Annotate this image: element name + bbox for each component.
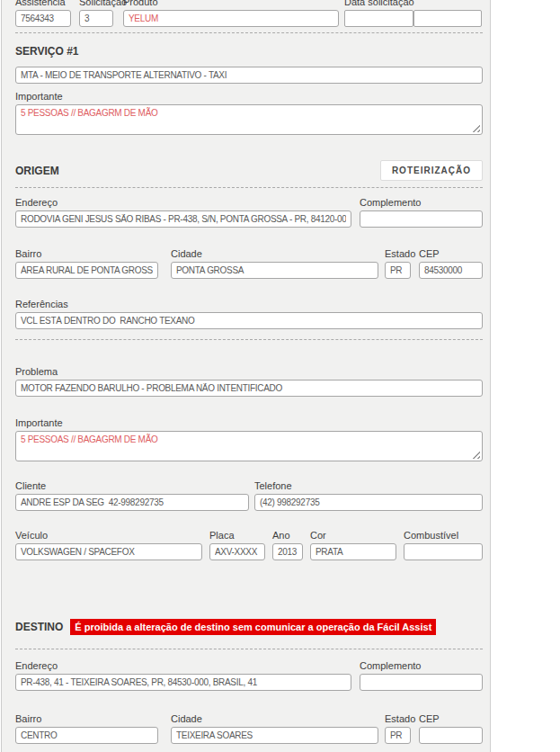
roteirizacao-button[interactable]: ROTEIRIZAÇÃO [380, 160, 483, 181]
placa-label: Placa [209, 530, 265, 541]
veiculo-row: Veículo Placa Ano Cor Combustível [15, 530, 483, 560]
servico-importante-textarea[interactable]: 5 PESSOAS // BAGAGRM DE MÃO [15, 104, 483, 135]
telefone-input[interactable] [254, 494, 483, 511]
servico-importante-label: Importante [15, 91, 483, 102]
veiculo-input[interactable] [15, 543, 202, 560]
section-divider [15, 339, 483, 340]
origem-bairro-row: Bairro Cidade Estado CEP [15, 248, 483, 279]
destino-complemento-label: Complemento [360, 660, 483, 671]
servico-tipo-input[interactable] [15, 67, 483, 84]
placa-input[interactable] [209, 543, 265, 560]
destino-estado-input[interactable] [385, 727, 411, 744]
origem-estado-input[interactable] [385, 262, 411, 279]
destino-cidade-input[interactable] [171, 727, 378, 744]
assistencia-label: Assistência [15, 0, 71, 7]
section-divider [15, 32, 483, 33]
destino-endereco-row: Endereço Complemento [15, 660, 483, 691]
origem-estado-label: Estado [385, 248, 411, 259]
origem-complemento-label: Complemento [360, 197, 483, 208]
destino-bairro-row: Bairro Cidade Estado CEP [15, 713, 483, 744]
destino-cidade-label: Cidade [171, 713, 378, 724]
data-solicitacao-label: Data solicitação [344, 0, 482, 7]
origem-endereco-input[interactable] [15, 210, 351, 228]
problema-input[interactable] [15, 380, 483, 397]
telefone-label: Telefone [254, 480, 483, 491]
destino-complemento-input[interactable] [360, 674, 483, 691]
ano-label: Ano [272, 530, 303, 541]
origem-section-title: ORIGEM [15, 165, 59, 177]
origem-header-row: ORIGEM ROTEIRIZAÇÃO [15, 160, 483, 181]
data-solicitacao-time-input[interactable] [413, 10, 482, 27]
problema-importante-textarea[interactable]: 5 PESSOAS // BAGAGRM DE MÃO [15, 431, 483, 461]
cliente-label: Cliente [15, 480, 249, 491]
data-solicitacao-date-input[interactable] [344, 10, 413, 27]
servico-section-title: SERVIÇO #1 [15, 45, 483, 58]
origem-endereco-row: Endereço Complemento [15, 197, 483, 228]
origem-referencias-label: Referências [15, 299, 483, 309]
section-divider [15, 187, 483, 188]
origem-bairro-label: Bairro [15, 248, 158, 259]
destino-section-title: DESTINO [15, 621, 63, 633]
destino-endereco-label: Endereço [15, 660, 351, 671]
assistance-header-row: Assistência Solicitação Produto Data sol… [15, 0, 483, 27]
origem-cidade-label: Cidade [171, 248, 378, 259]
problema-importante-label: Importante [15, 417, 483, 428]
cor-input[interactable] [310, 543, 396, 560]
destino-bairro-input[interactable] [15, 727, 158, 744]
service-form-panel: Assistência Solicitação Produto Data sol… [1, 0, 491, 752]
destino-cep-input[interactable] [419, 727, 483, 744]
veiculo-label: Veículo [15, 530, 202, 541]
origem-bairro-input[interactable] [15, 262, 158, 279]
solicitacao-label: Solicitação [79, 0, 113, 7]
solicitacao-input[interactable] [79, 10, 113, 27]
produto-input[interactable] [123, 10, 339, 27]
combustivel-input[interactable] [404, 543, 483, 560]
assistencia-input[interactable] [15, 10, 71, 27]
ano-input[interactable] [272, 543, 303, 560]
origem-cidade-input[interactable] [171, 262, 378, 279]
combustivel-label: Combustível [404, 530, 483, 541]
section-divider [15, 649, 483, 649]
origem-cep-input[interactable] [419, 262, 483, 279]
origem-cep-label: CEP [419, 248, 483, 259]
origem-endereco-label: Endereço [15, 197, 351, 208]
origem-complemento-input[interactable] [360, 210, 483, 228]
cor-label: Cor [310, 530, 396, 541]
problema-label: Problema [15, 366, 483, 377]
destino-warning-banner: É proibida a alteração de destino sem co… [70, 619, 436, 635]
destino-endereco-input[interactable] [15, 674, 351, 691]
destino-header-row: DESTINO É proibida a alteração de destin… [15, 619, 483, 635]
cliente-input[interactable] [15, 494, 249, 511]
destino-cep-label: CEP [419, 713, 483, 724]
origem-referencias-input[interactable] [15, 312, 483, 329]
destino-bairro-label: Bairro [15, 713, 158, 724]
destino-estado-label: Estado [385, 713, 411, 724]
produto-label: Produto [123, 0, 339, 7]
cliente-row: Cliente Telefone [15, 480, 483, 511]
